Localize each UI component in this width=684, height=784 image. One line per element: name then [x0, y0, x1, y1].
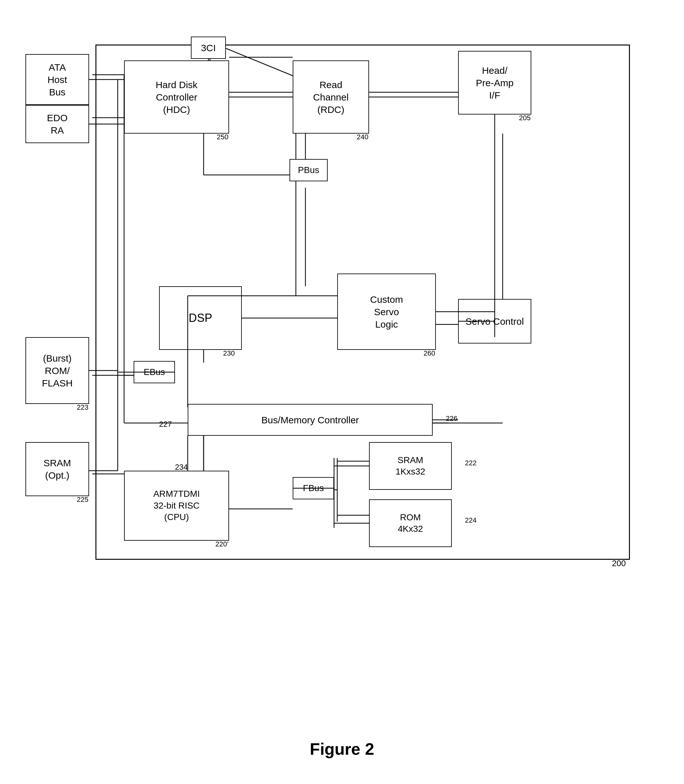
head-preamp-label: Head/ Pre-Amp I/F: [476, 64, 513, 101]
custom-servo-block: Custom Servo Logic 260: [337, 274, 436, 350]
edo-ra-block: EDO RA: [26, 105, 89, 143]
sram-1k-label: SRAM 1Kxs32: [395, 454, 425, 478]
read-channel-block: Read Channel (RDC) 240: [293, 60, 369, 134]
diagram-container: 200 ATA Host Bus 210 EDO RA Hard Disk Co…: [19, 19, 665, 687]
3ci-label: 3CI: [201, 42, 216, 54]
rom-4k-label: ROM 4Kx32: [398, 512, 423, 535]
figure-caption: Figure 2: [310, 739, 374, 758]
dsp-block: DSP 230: [159, 286, 242, 350]
fbus-block: FBus: [293, 477, 334, 499]
sram-opt-ref: 225: [77, 495, 89, 504]
burst-rom-label: (Burst) ROM/ FLASH: [42, 352, 73, 389]
arm7tdmi-label: ARM7TDMI 32-bit RISC (CPU): [153, 488, 200, 523]
figure-caption-text: Figure 2: [310, 740, 374, 758]
burst-rom-ref: 223: [77, 403, 89, 412]
hdc-block: Hard Disk Controller (HDC) 250: [124, 60, 229, 134]
sram-opt-label: SRAM (Opt.): [44, 457, 71, 481]
ref-224: 224: [465, 516, 477, 525]
pbus-block: PBus: [289, 159, 327, 181]
read-channel-label: Read Channel (RDC): [313, 79, 349, 116]
servo-control-block: Servo Control: [458, 299, 531, 343]
dsp-label: DSP: [189, 311, 212, 326]
read-channel-ref: 240: [357, 133, 368, 142]
arm7tdmi-ref: 220': [215, 540, 228, 549]
ref-222: 222: [465, 459, 477, 468]
fbus-label: FBus: [303, 483, 324, 493]
ebus-block: EBus: [134, 361, 175, 383]
ata-host-bus-block: ATA Host Bus 210: [26, 54, 89, 105]
hdc-label: Hard Disk Controller (HDC): [156, 79, 198, 116]
servo-control-label: Servo Control: [465, 315, 524, 328]
ref-200: 200: [612, 559, 626, 568]
bus-memory-ctrl-block: Bus/Memory Controller 226: [188, 404, 433, 436]
ebus-label: EBus: [144, 367, 165, 377]
rom-4k-block: ROM 4Kx32 224: [369, 499, 452, 547]
ref-226: 226: [446, 414, 458, 423]
arm7tdmi-block: ARM7TDMI 32-bit RISC (CPU) 220': [124, 471, 229, 541]
pbus-label: PBus: [298, 165, 319, 175]
sram-1k-block: SRAM 1Kxs32 222: [369, 442, 452, 490]
edo-ra-label: EDO RA: [47, 112, 68, 137]
hdc-ref: 250: [217, 133, 228, 142]
3ci-block: 3CI: [191, 37, 226, 59]
head-preamp-ref: 205: [519, 114, 531, 123]
sram-opt-block: SRAM (Opt.) 225: [26, 442, 89, 496]
head-preamp-block: Head/ Pre-Amp I/F 205: [458, 51, 531, 114]
dsp-ref: 230: [223, 349, 235, 358]
bus-memory-ctrl-label: Bus/Memory Controller: [261, 414, 359, 426]
custom-servo-label: Custom Servo Logic: [370, 293, 403, 330]
burst-rom-block: (Burst) ROM/ FLASH 223: [26, 337, 89, 404]
ref-227: 227: [159, 420, 172, 429]
ref-234: 234: [175, 463, 188, 472]
ata-host-bus-label: ATA Host Bus: [47, 61, 67, 98]
custom-servo-ref: 260: [423, 349, 435, 358]
